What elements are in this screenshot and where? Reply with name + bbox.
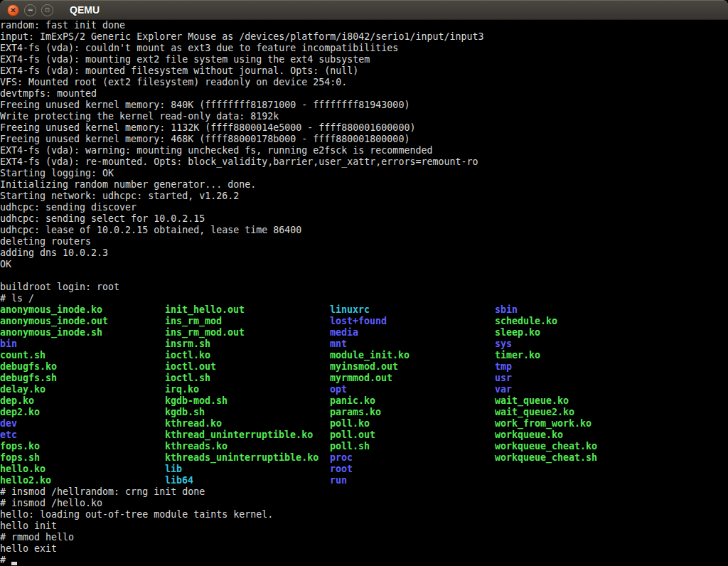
- terminal-line: EXT4-fs (vda): mounted filesystem withou…: [0, 65, 728, 77]
- terminal-line: hello: loading out-of-tree module taints…: [0, 509, 728, 520]
- terminal-text: udhcpc: lease of 10.0.2.15 obtained, lea…: [0, 225, 301, 235]
- terminal-screen[interactable]: random: fast init doneinput: ImExPS/2 Ge…: [0, 20, 728, 566]
- terminal-line: delay.koirq.kooptvar: [0, 384, 728, 395]
- terminal-text: Starting network: udhcpc: started, v1.26…: [0, 191, 239, 201]
- ls-entry-file: hello.ko: [0, 464, 165, 475]
- terminal-line: Starting logging: OK: [0, 168, 728, 179]
- ls-entry-dir: usr: [495, 373, 512, 383]
- ls-entry-link: linuxrc: [330, 304, 495, 316]
- ls-entry-file: init_hello.out: [165, 304, 330, 316]
- terminal-line: deleting routers: [0, 236, 728, 247]
- ls-entry-file: panic.ko: [330, 395, 495, 407]
- ls-entry-file: poll.out: [330, 429, 495, 441]
- ls-entry-file: sleep.ko: [495, 327, 540, 338]
- ls-entry-link: lib: [165, 464, 330, 475]
- terminal-line: #: [0, 555, 728, 566]
- terminal-line: udhcpc: sending discover: [0, 202, 728, 213]
- ls-entry-dir: root: [330, 464, 353, 474]
- terminal-line: Freeing unused kernel memory: 468K (ffff…: [0, 134, 728, 145]
- ls-entry-dir: media: [330, 327, 495, 338]
- ls-entry-file: myrmmod.out: [330, 373, 495, 384]
- ls-entry-file: irq.ko: [165, 384, 330, 395]
- terminal-text: Starting logging: OK: [0, 168, 114, 178]
- terminal-line: dep.kokgdb-mod.shpanic.kowait_queue.ko: [0, 395, 728, 407]
- terminal-line: OK: [0, 259, 728, 270]
- ls-entry-file: count.sh: [0, 350, 165, 361]
- terminal-text: devtmpfs: mounted: [0, 88, 97, 99]
- terminal-line: input: ImExPS/2 Generic Explorer Mouse a…: [0, 31, 728, 43]
- ls-entry-dir: opt: [330, 384, 495, 395]
- terminal-line: VFS: Mounted root (ext2 filesystem) read…: [0, 77, 728, 88]
- ls-entry-file: schedule.ko: [495, 316, 557, 326]
- minimize-button[interactable]: −: [24, 4, 36, 16]
- terminal-text: Initializing random number generator... …: [0, 179, 256, 190]
- terminal-line: debugfs.koioctl.outmyinsmod.outtmp: [0, 361, 728, 373]
- terminal-line: anonymous_inode.outins_rm_modlost+founds…: [0, 316, 728, 327]
- minimize-icon: −: [28, 5, 33, 15]
- terminal-line: buildroot login: root: [0, 282, 728, 293]
- terminal-text: deleting routers: [0, 236, 91, 247]
- ls-entry-file: poll.ko: [330, 418, 495, 429]
- ls-entry-file: ioctl.out: [165, 361, 330, 373]
- terminal-line: # insmod /hellrandom: crng init done: [0, 486, 728, 498]
- terminal-text: EXT4-fs (vda): mounted filesystem withou…: [0, 65, 358, 76]
- terminal-text: buildroot login: root: [0, 282, 119, 292]
- terminal-text: # insmod /hellrandom: crng init done: [0, 486, 205, 497]
- ls-entry-file: wait_queue2.ko: [495, 407, 574, 417]
- ls-entry-dir: dev: [0, 418, 165, 429]
- terminal-line: EXT4-fs (vda): re-mounted. Opts: block_v…: [0, 156, 728, 168]
- terminal-text: udhcpc: sending select for 10.0.2.15: [0, 213, 205, 224]
- maximize-icon: □: [46, 7, 49, 14]
- ls-entry-file: myinsmod.out: [330, 361, 495, 373]
- maximize-button[interactable]: □: [41, 4, 53, 16]
- terminal-text: udhcpc: sending discover: [0, 202, 136, 213]
- close-button[interactable]: ✕: [7, 4, 19, 16]
- ls-entry-dir: bin: [0, 338, 165, 350]
- terminal-text: EXT4-fs (vda): couldn't mount as ext3 du…: [0, 43, 398, 53]
- terminal-text: input: ImExPS/2 Generic Explorer Mouse a…: [0, 31, 483, 42]
- terminal-line: Freeing unused kernel memory: 840K (ffff…: [0, 100, 728, 111]
- terminal-line: count.shioctl.komodule_init.kotimer.ko: [0, 350, 728, 361]
- ls-entry-file: anonymous_inode.sh: [0, 327, 165, 338]
- terminal-cursor: [11, 562, 17, 565]
- terminal-text: Freeing unused kernel memory: 468K (ffff…: [0, 134, 410, 144]
- ls-entry-dir: sbin: [495, 304, 518, 315]
- ls-entry-dir: tmp: [495, 361, 512, 372]
- terminal-line: EXT4-fs (vda): mounting ext2 file system…: [0, 54, 728, 65]
- terminal-text: EXT4-fs (vda): re-mounted. Opts: block_v…: [0, 156, 478, 167]
- ls-entry-dir: lost+found: [330, 316, 495, 327]
- terminal-line: devkthread.kopoll.kowork_from_work.ko: [0, 418, 728, 429]
- terminal-line: dep2.kokgdb.shparams.kowait_queue2.ko: [0, 407, 728, 418]
- terminal-line: hello exit: [0, 543, 728, 555]
- ls-entry-file: kgdb.sh: [165, 407, 330, 418]
- ls-entry-file: hello2.ko: [0, 475, 165, 486]
- terminal-line: udhcpc: lease of 10.0.2.15 obtained, lea…: [0, 225, 728, 236]
- ls-entry-file: ioctl.sh: [165, 373, 330, 384]
- terminal-text: OK: [0, 259, 11, 269]
- terminal-line: anonymous_inode.shins_rm_mod.outmediasle…: [0, 327, 728, 338]
- terminal-line: # ls /: [0, 293, 728, 304]
- terminal-line: debugfs.shioctl.shmyrmmod.outusr: [0, 373, 728, 384]
- ls-entry-dir: mnt: [330, 338, 495, 350]
- ls-entry-dir: run: [330, 475, 347, 486]
- terminal-text: Freeing unused kernel memory: 1132K (fff…: [0, 122, 415, 133]
- terminal-line: Freeing unused kernel memory: 1132K (fff…: [0, 122, 728, 134]
- qemu-window: ✕ − □ QEMU random: fast init doneinput: …: [0, 0, 728, 566]
- titlebar[interactable]: ✕ − □ QEMU: [0, 0, 728, 20]
- terminal-text: random: fast init done: [0, 20, 125, 31]
- ls-entry-file: fops.sh: [0, 452, 165, 464]
- ls-entry-file: module_init.ko: [330, 350, 495, 361]
- ls-entry-file: delay.ko: [0, 384, 165, 395]
- ls-entry-file: ins_rm_mod: [165, 316, 330, 327]
- ls-entry-file: dep.ko: [0, 395, 165, 407]
- ls-entry-file: anonymous_inode.out: [0, 316, 165, 327]
- close-icon: ✕: [10, 6, 16, 14]
- ls-entry-file: dep2.ko: [0, 407, 165, 418]
- ls-entry-dir: proc: [330, 452, 495, 464]
- terminal-line: [0, 270, 728, 282]
- ls-entry-dir: sys: [495, 338, 512, 349]
- ls-entry-dir: etc: [0, 429, 165, 441]
- terminal-line: hello.kolibroot: [0, 464, 728, 475]
- terminal-text: Write protecting the kernel read-only da…: [0, 111, 279, 122]
- ls-entry-file: params.ko: [330, 407, 495, 418]
